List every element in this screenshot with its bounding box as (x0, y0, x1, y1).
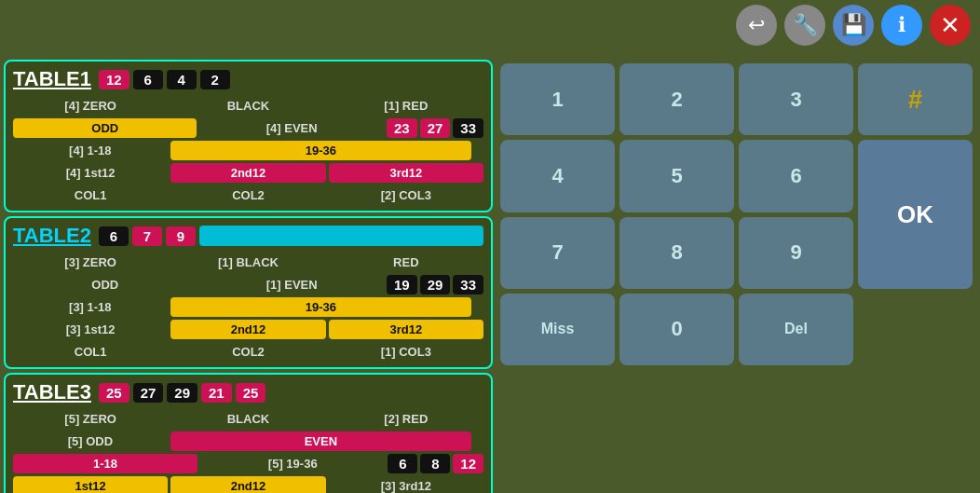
table2-badge-1: 7 (132, 226, 162, 246)
t2-zero: [3] ZERO (13, 253, 168, 272)
t1-col2: COL2 (170, 185, 325, 205)
table1-title: TABLE1 (13, 67, 91, 91)
t2-col2: COL2 (170, 342, 325, 362)
t3-2nd12: 2nd12 (170, 476, 325, 493)
key-9[interactable]: 9 (739, 217, 853, 289)
t1-1936: 19-36 (170, 141, 471, 160)
table3-badge-4: 25 (236, 383, 266, 403)
key-2[interactable]: 2 (619, 63, 734, 135)
table2-row-1: ODD [1] EVEN 19 29 33 (13, 275, 483, 294)
key-6[interactable]: 6 (739, 140, 853, 212)
table3-badge-1: 27 (133, 383, 164, 403)
table2-badge-0: 6 (99, 226, 129, 246)
table2-row-4: COL1 COL2 [1] COL3 (13, 342, 483, 362)
t2-2nd12: 2nd12 (170, 320, 325, 339)
t1-red: [1] RED (329, 96, 483, 116)
t2-black: [1] BLACK (170, 253, 325, 272)
table1-badge-0: 12 (99, 70, 129, 89)
key-1[interactable]: 1 (500, 63, 615, 135)
t3-nums: 6 8 12 (388, 454, 483, 473)
t1-zero: [4] ZERO (13, 96, 168, 116)
t3-red: [2] RED (329, 409, 483, 429)
t2-col3: [1] COL3 (329, 342, 483, 362)
table1-row-2: [4] 1-18 19-36 (13, 141, 483, 160)
wrench-button[interactable]: 🔧 (784, 5, 825, 46)
key-5[interactable]: 5 (619, 140, 734, 212)
key-ok[interactable]: OK (858, 140, 973, 289)
t1-3rd12: 3rd12 (329, 163, 483, 183)
t2-even: [1] EVEN (199, 275, 383, 294)
table1-panel: TABLE1 12 6 4 2 [4] ZERO BLACK [1] RED O… (4, 60, 493, 212)
t1-2nd12: 2nd12 (170, 163, 325, 183)
table2-cyan-bar (199, 226, 483, 246)
table2-row-3: [3] 1st12 2nd12 3rd12 (13, 320, 483, 339)
t3-zero: [5] ZERO (13, 409, 168, 429)
key-7[interactable]: 7 (500, 217, 615, 289)
table3-badge-2: 29 (167, 383, 197, 403)
table1-row-3: [4] 1st12 2nd12 3rd12 (13, 163, 483, 183)
t2-nums: 19 29 33 (387, 275, 483, 294)
t3-black: BLACK (170, 409, 325, 429)
table3-header: TABLE3 25 27 29 21 25 (13, 380, 483, 404)
t3-num-12: 12 (453, 454, 483, 473)
t2-empty (474, 305, 483, 310)
t3-3rd12: [3] 3rd12 (329, 476, 483, 493)
table3-panel: TABLE3 25 27 29 21 25 [5] ZERO BLACK [2]… (4, 373, 493, 493)
table3-row-1: [5] ODD EVEN (13, 431, 483, 451)
t1-odd: ODD (13, 118, 197, 138)
t3-num-8: 8 (420, 454, 450, 473)
t1-118: [4] 1-18 (13, 141, 168, 160)
t1-nums: 23 27 33 (387, 118, 483, 138)
t3-1936: [5] 19-36 (200, 454, 385, 473)
key-8[interactable]: 8 (619, 217, 734, 289)
table2-badge-2: 9 (166, 226, 196, 246)
table1-badge-2: 4 (167, 70, 197, 89)
table3-row-3: 1st12 2nd12 [3] 3rd12 (13, 476, 483, 493)
t1-col3: [2] COL3 (329, 185, 483, 205)
t3-empty1 (474, 439, 483, 445)
table1-row-0: [4] ZERO BLACK [1] RED (13, 96, 483, 116)
table1-badge-3: 2 (200, 70, 230, 89)
t2-red: RED (329, 253, 483, 272)
table3-row-0: [5] ZERO BLACK [2] RED (13, 409, 483, 429)
t1-empty (474, 148, 483, 154)
t2-odd: ODD (13, 275, 197, 294)
table2-row-0: [3] ZERO [1] BLACK RED (13, 253, 483, 272)
t2-num-33: 33 (453, 275, 483, 294)
table3-row-2: 1-18 [5] 19-36 6 8 12 (13, 454, 483, 473)
t3-even: EVEN (170, 431, 471, 451)
t1-num-33: 33 (453, 118, 483, 138)
table2-header: TABLE2 6 7 9 (13, 224, 483, 248)
main-area: TABLE1 12 6 4 2 [4] ZERO BLACK [1] RED O… (0, 56, 980, 493)
key-hash[interactable]: # (858, 63, 973, 135)
t1-num-23: 23 (387, 118, 417, 138)
t3-odd: [5] ODD (13, 431, 168, 451)
table3-badge-0: 25 (99, 383, 129, 403)
save-button[interactable]: 💾 (833, 5, 874, 46)
close-button[interactable]: ✕ (930, 5, 971, 46)
table1-header: TABLE1 12 6 4 2 (13, 67, 483, 91)
t2-num-29: 29 (420, 275, 451, 294)
t1-1st12: [4] 1st12 (13, 163, 168, 183)
table2-row-2: [3] 1-18 19-36 (13, 297, 483, 317)
t2-1936: 19-36 (170, 297, 471, 317)
key-4[interactable]: 4 (500, 140, 615, 212)
key-0[interactable]: 0 (619, 294, 734, 365)
key-3[interactable]: 3 (739, 63, 853, 135)
table2-panel: TABLE2 6 7 9 [3] ZERO [1] BLACK RED ODD … (4, 216, 493, 369)
t2-num-19: 19 (387, 275, 417, 294)
t2-3rd12: 3rd12 (329, 320, 483, 339)
back-button[interactable]: ↩ (736, 5, 777, 46)
key-del[interactable]: Del (739, 294, 853, 365)
key-miss[interactable]: Miss (500, 294, 615, 365)
t1-even: [4] EVEN (199, 118, 383, 138)
t1-black: BLACK (170, 96, 325, 116)
info-button[interactable]: ℹ (881, 5, 922, 46)
table1-badge-1: 6 (133, 70, 163, 89)
t2-118: [3] 1-18 (13, 297, 168, 317)
table1-row-4: COL1 COL2 [2] COL3 (13, 185, 483, 205)
t2-col1: COL1 (13, 342, 168, 362)
keypad-grid: 1 2 3 # 4 5 6 OK 7 8 9 Miss 0 Del (500, 63, 973, 365)
t2-1st12: [3] 1st12 (13, 320, 168, 339)
t1-col1: COL1 (13, 185, 168, 205)
